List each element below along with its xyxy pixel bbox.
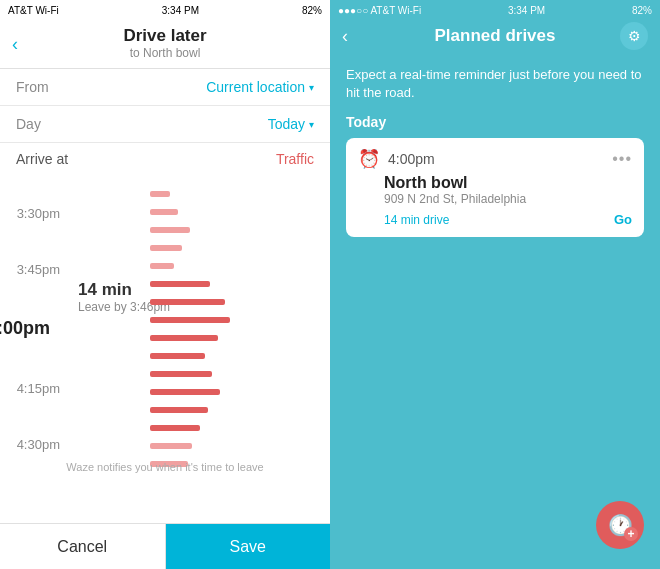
bar-row-4 <box>150 244 314 252</box>
fab-inner: 🕐 + <box>606 511 634 539</box>
carrier-right: ●●●○○ AT&T Wi-Fi <box>338 5 421 16</box>
time-right: 3:34 PM <box>508 5 545 16</box>
drive-duration: 14 min drive <box>384 213 449 227</box>
bottom-note: Waze notifies you when it's time to leav… <box>0 457 330 477</box>
bar-row-6 <box>150 280 314 288</box>
from-dropdown-arrow: ▾ <box>309 82 314 93</box>
bar-row-12 <box>150 388 314 396</box>
time-400-group: 4:00pm <box>0 318 70 339</box>
mins-label: 14 min <box>78 280 132 300</box>
time-slots: 3:30pm 3:45pm 4:00pm 4:15pm 4:30pm <box>0 175 70 483</box>
bar-row-3 <box>150 226 314 234</box>
bars-container <box>150 175 330 483</box>
bar-row-8 <box>150 316 314 324</box>
status-bar-left: AT&T Wi-Fi 3:34 PM 82% <box>0 0 330 20</box>
carrier-left: AT&T Wi-Fi <box>8 5 59 16</box>
clock-icon: ⏰ <box>358 148 380 170</box>
back-button-left[interactable]: ‹ <box>12 34 18 55</box>
time-330: 3:30pm <box>0 206 70 221</box>
from-row[interactable]: From Current location ▾ <box>0 69 330 106</box>
go-button[interactable]: Go <box>614 212 632 227</box>
settings-button[interactable]: ⚙ <box>620 22 648 50</box>
chart-area: 3:30pm 3:45pm 4:00pm 4:15pm 4:30pm 14 mi… <box>0 175 330 523</box>
arrive-header: Arrive at Traffic <box>0 143 330 175</box>
cancel-button[interactable]: Cancel <box>0 524 166 569</box>
page-title-right: Planned drives <box>435 26 556 46</box>
arrive-label: Arrive at <box>16 151 68 167</box>
from-label: From <box>16 79 66 95</box>
battery-right: 82% <box>632 5 652 16</box>
time-415: 4:15pm <box>0 381 70 396</box>
save-button[interactable]: Save <box>166 524 331 569</box>
day-value[interactable]: Today ▾ <box>268 116 314 132</box>
day-value-text: Today <box>268 116 305 132</box>
bar-row-9 <box>150 334 314 342</box>
gear-icon: ⚙ <box>628 28 641 44</box>
bar-row-10 <box>150 352 314 360</box>
time-345: 3:45pm <box>0 262 70 277</box>
drive-footer: 14 min drive Go <box>384 212 632 227</box>
drive-time: 4:00pm <box>388 151 435 167</box>
time-left: 3:34 PM <box>162 5 199 16</box>
left-header: ‹ Drive later to North bowl <box>0 20 330 69</box>
day-dropdown-arrow: ▾ <box>309 119 314 130</box>
traffic-label: Traffic <box>276 151 314 167</box>
drive-card-header: ⏰ 4:00pm ••• <box>358 148 632 170</box>
bar-row-7 <box>150 298 314 306</box>
time-400: 4:00pm <box>0 318 60 339</box>
bar-row-14 <box>150 424 314 432</box>
right-header: ‹ Planned drives ⚙ <box>330 20 660 54</box>
bar-row-11 <box>150 370 314 378</box>
bar-row-15 <box>150 442 314 450</box>
today-label: Today <box>346 114 644 130</box>
day-row[interactable]: Day Today ▾ <box>0 106 330 143</box>
more-button[interactable]: ••• <box>612 150 632 168</box>
right-panel: ●●●○○ AT&T Wi-Fi 3:34 PM 82% ‹ Planned d… <box>330 0 660 569</box>
bar-row-1 <box>150 190 314 198</box>
fab-button[interactable]: 🕐 + <box>596 501 644 549</box>
time-430: 4:30pm <box>0 437 70 452</box>
page-title-left: Drive later <box>40 26 290 46</box>
drive-card: ⏰ 4:00pm ••• North bowl 909 N 2nd St, Ph… <box>346 138 644 237</box>
back-button-right[interactable]: ‹ <box>342 26 348 47</box>
fab-plus-icon: + <box>624 527 638 541</box>
left-footer: Cancel Save <box>0 523 330 569</box>
page-subtitle-left: to North bowl <box>40 46 290 60</box>
day-label: Day <box>16 116 66 132</box>
reminder-text: Expect a real-time reminder just before … <box>346 66 644 102</box>
bar-row-5 <box>150 262 314 270</box>
left-panel: AT&T Wi-Fi 3:34 PM 82% ‹ Drive later to … <box>0 0 330 569</box>
from-value[interactable]: Current location ▾ <box>206 79 314 95</box>
right-content: Expect a real-time reminder just before … <box>330 54 660 569</box>
from-value-text: Current location <box>206 79 305 95</box>
bar-row-13 <box>150 406 314 414</box>
drive-name: North bowl <box>384 174 632 192</box>
status-bar-right: ●●●○○ AT&T Wi-Fi 3:34 PM 82% <box>330 0 660 20</box>
drive-address: 909 N 2nd St, Philadelphia <box>384 192 632 206</box>
battery-left: 82% <box>302 5 322 16</box>
bar-row-2 <box>150 208 314 216</box>
